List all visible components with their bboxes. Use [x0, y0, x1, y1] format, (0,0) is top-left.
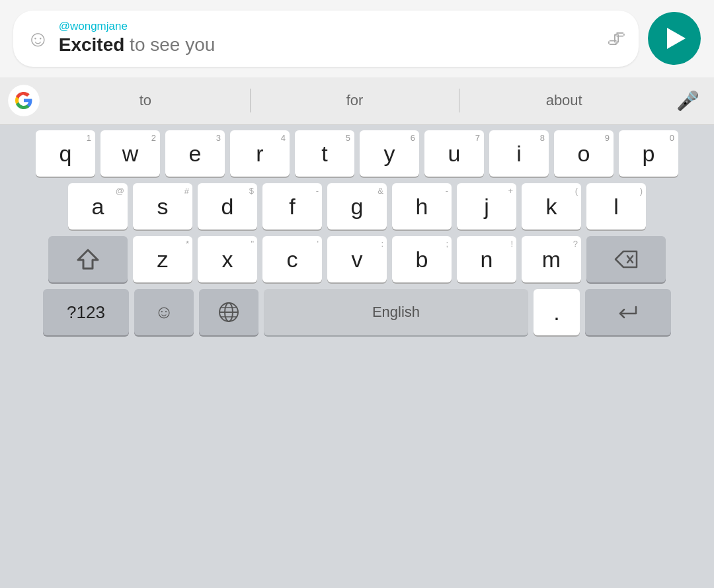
- send-button[interactable]: [648, 12, 701, 65]
- key-t[interactable]: 5 t: [295, 130, 354, 177]
- suggestion-about[interactable]: about: [459, 87, 668, 114]
- key-h[interactable]: - h: [392, 183, 452, 230]
- suggestion-to[interactable]: to: [41, 87, 250, 114]
- key-c[interactable]: ' c: [262, 236, 322, 282]
- numbers-key[interactable]: ?123: [43, 289, 129, 335]
- key-a[interactable]: @ a: [68, 183, 128, 230]
- input-bar: ☺ @wongmjane Excited to see you 🖇: [0, 0, 714, 77]
- key-row-2: @ a # s $ d - f & g - h + j ( k: [4, 183, 710, 230]
- key-l[interactable]: ) l: [586, 183, 646, 230]
- enter-icon: [616, 303, 640, 321]
- numbers-label: ?123: [67, 304, 105, 321]
- shift-key[interactable]: [48, 236, 128, 282]
- input-text-area: @wongmjane Excited to see you: [59, 20, 598, 58]
- space-label: English: [372, 305, 420, 319]
- key-j[interactable]: + j: [457, 183, 516, 230]
- key-q[interactable]: 1 q: [36, 130, 95, 177]
- suggestions-container: to for about: [41, 87, 668, 114]
- suggestion-bar: to for about 🎤: [0, 77, 714, 125]
- key-f[interactable]: - f: [262, 183, 322, 230]
- paperclip-icon[interactable]: 🖇: [607, 28, 625, 50]
- key-p[interactable]: 0 p: [619, 130, 678, 177]
- key-n[interactable]: ! n: [457, 236, 516, 282]
- backspace-key[interactable]: [586, 236, 666, 282]
- input-normal: to see you: [124, 34, 215, 55]
- key-i[interactable]: 8 i: [489, 130, 549, 177]
- space-key[interactable]: English: [264, 289, 528, 335]
- keyboard: 1 q 2 w 3 e 4 r 5 t 6 y 7 u 8 i: [0, 125, 714, 588]
- key-u[interactable]: 7 u: [424, 130, 484, 177]
- suggestion-for[interactable]: for: [251, 87, 459, 114]
- key-row-1: 1 q 2 w 3 e 4 r 5 t 6 y 7 u 8 i: [4, 130, 710, 177]
- key-d[interactable]: $ d: [198, 183, 257, 230]
- svg-marker-1: [78, 250, 98, 269]
- key-w[interactable]: 2 w: [100, 130, 160, 177]
- period-key[interactable]: .: [534, 289, 580, 335]
- key-k[interactable]: ( k: [522, 183, 581, 230]
- emoji-key[interactable]: ☺: [134, 289, 194, 335]
- key-z[interactable]: * z: [133, 236, 192, 282]
- key-x[interactable]: " x: [198, 236, 257, 282]
- backspace-icon: [614, 250, 638, 269]
- globe-key[interactable]: [199, 289, 258, 335]
- input-bold: Excited: [59, 34, 125, 55]
- shift-icon: [77, 248, 99, 271]
- key-row-3: * z " x ' c : v ; b ! n ? m: [4, 236, 710, 282]
- emoji-keyboard-icon: ☺: [155, 302, 174, 323]
- google-logo: [7, 83, 41, 118]
- send-arrow-icon: [667, 28, 686, 49]
- enter-key[interactable]: [585, 289, 671, 335]
- key-b[interactable]: ; b: [392, 236, 452, 282]
- period-label: .: [553, 301, 559, 323]
- key-r[interactable]: 4 r: [230, 130, 290, 177]
- key-o[interactable]: 9 o: [554, 130, 614, 177]
- mic-icon[interactable]: 🎤: [668, 90, 707, 112]
- key-row-bottom: ?123 ☺ English .: [4, 289, 710, 335]
- key-m[interactable]: ? m: [522, 236, 581, 282]
- key-y[interactable]: 6 y: [360, 130, 419, 177]
- key-s[interactable]: # s: [133, 183, 192, 230]
- emoji-icon: ☺: [26, 27, 50, 50]
- username-label: @wongmjane: [59, 20, 598, 33]
- key-e[interactable]: 3 e: [165, 130, 225, 177]
- globe-icon: [218, 301, 240, 323]
- key-v[interactable]: : v: [327, 236, 387, 282]
- input-content: Excited to see you: [59, 33, 598, 57]
- input-field-wrapper[interactable]: ☺ @wongmjane Excited to see you 🖇: [13, 11, 639, 67]
- key-g[interactable]: & g: [327, 183, 387, 230]
